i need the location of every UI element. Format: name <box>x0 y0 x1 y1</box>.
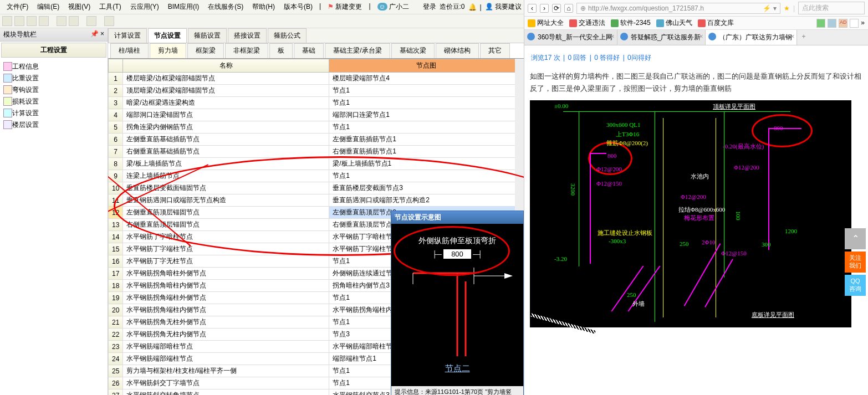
table-row[interactable]: 3暗梁/边框梁遇连梁构造节点1 <box>109 97 524 109</box>
table-row[interactable]: 10垂直筋楼层变截面锚固节点垂直筋楼层变截面节点3 <box>109 182 524 194</box>
cell-name[interactable]: 左侧垂直筋顶层锚固节点 <box>123 207 329 219</box>
tree-item-floor[interactable]: 楼层设置 <box>2 119 105 131</box>
cell-name[interactable]: 水平钢筋丁字端柱节点 <box>123 243 329 255</box>
forward-button[interactable]: › <box>540 4 549 13</box>
tab2-foundation-secbeam[interactable]: 基础次梁 <box>391 43 435 58</box>
cell-diagram[interactable]: 节点1 <box>329 170 524 182</box>
tab2-shearwall[interactable]: 剪力墙 <box>150 43 186 58</box>
cell-name[interactable]: 水平钢筋拐角暗柱内侧节点 <box>123 280 329 292</box>
toolbar-icon-6[interactable] <box>69 16 79 26</box>
cell-name[interactable]: 水平钢筋端部暗柱节点 <box>123 341 329 353</box>
menu-cloud[interactable]: 云应用(Y) <box>126 1 164 13</box>
project-settings-header[interactable]: 工程设置 <box>1 43 106 58</box>
cell-diagram[interactable]: 节点1 <box>329 97 524 109</box>
table-row[interactable]: 5拐角连梁内侧钢筋节点节点1 <box>109 121 524 134</box>
tab-stirrup-settings[interactable]: 箍筋设置 <box>188 28 227 43</box>
tree-item-loss[interactable]: 损耗设置 <box>2 96 105 107</box>
node-preview-window[interactable]: 节点设置示意图 外侧纵筋伸至板顶弯折 ├─ ─┤ 节点二 提示信息：来源11G1… <box>391 211 524 395</box>
menu-view[interactable]: 视图(V) <box>64 1 95 13</box>
cell-name[interactable]: 剪力墙与框架柱/柱支柱/端柱平齐一侧 <box>123 365 329 377</box>
suggest-button[interactable]: 👤 我要建议 <box>485 2 522 12</box>
cell-name[interactable]: 端部洞口连梁锚固节点 <box>123 109 329 121</box>
cell-diagram[interactable]: 节点1 <box>329 85 524 97</box>
cell-name[interactable]: 垂直筋楼层变截面锚固节点 <box>123 182 329 194</box>
bookmark-traffic[interactable]: 交通违法 <box>569 18 605 28</box>
cell-diagram[interactable]: 梁/板上墙插筋节点1 <box>329 158 524 170</box>
cell-name[interactable]: 连梁上墙插筋节点 <box>123 170 329 182</box>
cell-name[interactable]: 右侧垂直筋基础插筋节点 <box>123 146 329 158</box>
login-link[interactable]: 登录 <box>423 2 436 12</box>
tab2-foundation-mainbeam[interactable]: 基础主梁/承台梁 <box>325 43 390 58</box>
ext-icon-4[interactable] <box>850 19 859 28</box>
pin-icon[interactable]: 📌 × <box>90 30 104 39</box>
menu-edit[interactable]: 编辑(E) <box>33 1 64 13</box>
back-button[interactable]: ‹ <box>528 4 537 13</box>
cell-name[interactable]: 水平钢筋丁字无柱节点 <box>123 255 329 268</box>
browser-tab-2[interactable]: （广东）广联达剪力墙钢× <box>706 30 797 45</box>
tab2-column[interactable]: 柱/墙柱 <box>110 43 149 58</box>
menu-bim[interactable]: BIM应用(I) <box>164 1 204 13</box>
tab2-foundation[interactable]: 基础 <box>294 43 324 58</box>
scroll-top-button[interactable]: ⌃ <box>845 228 866 249</box>
tree-item-calc[interactable]: 计算设置 <box>2 107 105 119</box>
ext-icon-2[interactable] <box>828 19 836 28</box>
cell-name[interactable]: 垂直钢筋遇洞口或端部无节点构造 <box>123 194 329 207</box>
toolbar-icon-1[interactable] <box>2 16 12 26</box>
menu-tools[interactable]: 工具(T) <box>95 1 125 13</box>
table-row[interactable]: 7右侧垂直筋基础插筋节点右侧垂直筋插筋节点1 <box>109 146 524 158</box>
menu-file[interactable]: 文件(F) <box>2 1 33 13</box>
search-box[interactable]: 点此搜索 <box>798 2 865 14</box>
tab2-slab[interactable]: 板 <box>269 43 293 58</box>
menu-help[interactable]: 帮助(H) <box>248 1 279 13</box>
browser-tab-0[interactable]: 360导航_新一代安全上网× <box>524 30 617 45</box>
menu-version[interactable]: 版本号(B) <box>279 1 317 13</box>
tab2-other[interactable]: 其它 <box>480 43 510 58</box>
follow-button[interactable]: 关注 我们 <box>845 252 866 273</box>
cell-name[interactable]: 水平钢筋斜交转角墙节点 <box>123 389 329 396</box>
cell-name[interactable]: 水平钢筋端部端柱节点 <box>123 353 329 365</box>
cell-name[interactable]: 水平钢筋拐角无柱外侧节点 <box>123 316 329 329</box>
table-row[interactable]: 6左侧垂直筋基础插筋节点左侧垂直筋插筋节点1 <box>109 134 524 146</box>
tab-close-icon[interactable]: × <box>790 33 794 40</box>
cell-name[interactable]: 水平钢筋斜交丁字墙节点 <box>123 377 329 389</box>
reload-button[interactable]: ⟳ <box>552 4 561 13</box>
tab-lap-settings[interactable]: 搭接设置 <box>228 28 267 43</box>
cell-diagram[interactable]: 端部洞口连梁节点1 <box>329 109 524 121</box>
ext-more[interactable]: » <box>861 19 865 28</box>
cell-name[interactable]: 右侧垂直筋顶层锚固节点 <box>123 219 329 231</box>
cell-name[interactable]: 暗梁/边框梁遇连梁构造 <box>123 97 329 109</box>
tab-calc-settings[interactable]: 计算设置 <box>108 28 147 43</box>
preview-node-name[interactable]: 节点二 <box>396 363 519 374</box>
tab-close-icon[interactable]: × <box>611 33 615 40</box>
bookmark-weather[interactable]: 佛山天气 <box>656 18 692 28</box>
cell-name[interactable]: 拐角连梁内侧钢筋节点 <box>123 121 329 134</box>
new-change-button[interactable]: ⚑ 新建变更 <box>323 1 366 13</box>
cell-diagram[interactable]: 右侧垂直筋插筋节点1 <box>329 146 524 158</box>
toolbar-icon-3[interactable] <box>27 16 37 26</box>
toolbar-icon-7[interactable] <box>86 16 96 26</box>
tab-node-settings[interactable]: 节点设置 <box>148 28 187 43</box>
tab-stirrup-formula[interactable]: 箍筋公式 <box>268 28 307 43</box>
cell-name[interactable]: 顶层暗梁/边框梁端部锚固节点 <box>123 85 329 97</box>
toolbar-icon-5[interactable] <box>57 16 67 26</box>
qq-consult-button[interactable]: QQ 咨询 <box>845 275 866 296</box>
tree-item-hook[interactable]: 弯钩设置 <box>2 84 105 96</box>
star-icon[interactable]: ★ <box>784 4 790 12</box>
cell-name[interactable]: 水平钢筋拐角无柱内侧节点 <box>123 329 329 341</box>
bookmark-software[interactable]: 软件-2345 <box>611 18 651 28</box>
bookmark-wenku[interactable]: 百度文库 <box>698 18 734 28</box>
cell-diagram[interactable]: 垂直筋遇洞口或端部无节点构造2 <box>329 194 524 207</box>
tab2-nonframe-beam[interactable]: 非框架梁 <box>225 43 268 58</box>
cell-name[interactable]: 左侧垂直筋基础插筋节点 <box>123 134 329 146</box>
cell-name[interactable]: 水平钢筋拐角端柱内侧节点 <box>123 304 329 316</box>
cell-name[interactable]: 楼层暗梁/边框梁端部锚固节点 <box>123 73 329 85</box>
table-row[interactable]: 1楼层暗梁/边框梁端部锚固节点楼层暗梁端部节点4 <box>109 73 524 85</box>
cell-diagram[interactable]: 垂直筋楼层变截面节点3 <box>329 182 524 194</box>
tab2-frame-beam[interactable]: 框架梁 <box>187 43 224 58</box>
dropdown-icon[interactable]: ▾ <box>773 4 777 12</box>
menu-online[interactable]: 在线服务(S) <box>203 1 248 13</box>
tree-item-project-info[interactable]: 工程信息 <box>2 61 105 73</box>
bookmark-sites[interactable]: 网址大全 <box>528 18 564 28</box>
table-row[interactable]: 4端部洞口连梁锚固节点端部洞口连梁节点1 <box>109 109 524 121</box>
home-button[interactable]: ⌂ <box>564 4 573 13</box>
